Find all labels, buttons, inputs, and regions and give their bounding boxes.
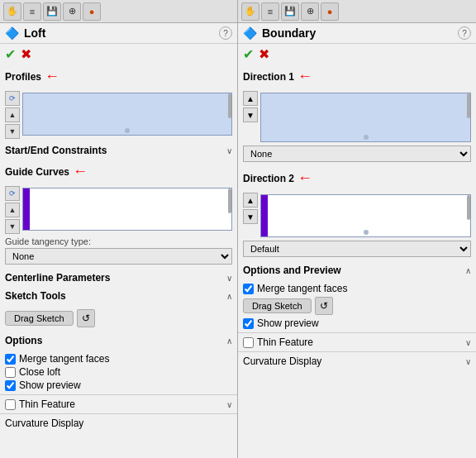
guide-curves-section-header[interactable]: Guide Curves ← <box>0 160 237 184</box>
profiles-icon-btn[interactable]: ⟳ <box>5 91 20 106</box>
centerline-section-header[interactable]: Centerline Parameters ∨ <box>0 269 237 287</box>
guide-tangency-select[interactable]: None <box>5 248 232 265</box>
curvature-section[interactable]: Curvature Display <box>0 413 237 432</box>
options-label: Options <box>5 335 42 346</box>
direction1-red-arrow: ← <box>298 68 312 85</box>
show-preview-label: Show preview <box>19 379 81 391</box>
right-show-preview-checkbox[interactable] <box>243 318 254 329</box>
options-section-header[interactable]: Options ∧ <box>0 332 237 350</box>
merge-tangent-checkbox[interactable] <box>5 354 16 365</box>
direction2-list-row: ▲ ▼ <box>243 193 471 239</box>
close-loft-checkbox[interactable] <box>5 367 16 378</box>
close-loft-label: Close loft <box>19 366 60 378</box>
direction2-list-box[interactable] <box>260 194 471 237</box>
profiles-scrollbar[interactable] <box>228 93 231 118</box>
thin-feature-checkbox[interactable] <box>5 399 16 410</box>
direction1-content: ▲ ▼ None <box>238 88 476 166</box>
start-end-section-header[interactable]: Start/End Constraints ∨ <box>0 141 237 160</box>
guide-none-select-row: None <box>5 246 232 266</box>
direction1-scrollbar[interactable] <box>467 93 470 118</box>
direction2-purple-bar <box>261 195 268 236</box>
loft-confirm-btn[interactable]: ✔ <box>5 46 16 62</box>
right-color-tool-btn[interactable]: ● <box>321 2 339 21</box>
merge-tangent-row: Merge tangent faces <box>5 352 232 365</box>
thin-feature-label: Thin Feature <box>19 398 75 410</box>
profiles-up-btn[interactable]: ▲ <box>5 107 20 122</box>
guide-icon-btn[interactable]: ⟳ <box>5 186 20 201</box>
options-preview-content: Merge tangent faces Drag Sketch ↺ Show p… <box>238 279 476 332</box>
direction2-down-btn[interactable]: ▼ <box>243 209 258 224</box>
options-preview-label: Options and Preview <box>243 265 341 276</box>
hand-tool-btn[interactable]: ✋ <box>3 2 21 21</box>
direction1-list-box[interactable] <box>260 93 471 142</box>
boundary-confirm-btn[interactable]: ✔ <box>243 46 254 62</box>
direction2-up-btn[interactable]: ▲ <box>243 193 258 208</box>
right-list-tool-btn[interactable]: ≡ <box>261 2 279 21</box>
direction1-section-header[interactable]: Direction 1 ← <box>238 64 476 88</box>
guide-up-btn[interactable]: ▲ <box>5 203 20 217</box>
profiles-dot <box>125 128 130 133</box>
options-preview-section-header[interactable]: Options and Preview ∧ <box>238 261 476 279</box>
direction1-dot <box>364 135 369 140</box>
loft-cancel-btn[interactable]: ✖ <box>21 46 31 62</box>
direction2-scrollbar[interactable] <box>467 195 470 220</box>
thin-feature-section[interactable]: Thin Feature ∨ <box>0 394 237 413</box>
right-merge-tangent-checkbox[interactable] <box>243 284 254 294</box>
right-drag-sketch-btn[interactable]: Drag Sketch <box>243 298 312 313</box>
direction2-red-arrow: ← <box>298 169 312 187</box>
profiles-side-btns: ⟳ ▲ ▼ <box>5 91 20 139</box>
refresh-btn[interactable]: ↺ <box>77 309 95 327</box>
sketch-tools-label: Sketch Tools <box>5 290 66 302</box>
guide-scrollbar[interactable] <box>228 188 231 213</box>
left-toolbar: ✋ ≡ 💾 ⊕ ● <box>0 0 237 23</box>
direction2-content: ▲ ▼ Default <box>238 190 476 261</box>
start-end-label: Start/End Constraints <box>5 145 107 156</box>
start-end-arrow: ∨ <box>226 146 232 155</box>
boundary-panel: ✋ ≡ 💾 ⊕ ● 🔷 Boundary ? ✔ ✖ Direction 1 ←… <box>238 0 476 458</box>
right-merge-tangent-label: Merge tangent faces <box>257 283 347 294</box>
right-refresh-btn[interactable]: ↺ <box>315 297 333 315</box>
direction2-select[interactable]: Default <box>243 241 471 257</box>
crosshair-tool-btn[interactable]: ⊕ <box>63 2 81 21</box>
direction1-list-row: ▲ ▼ <box>243 91 471 144</box>
show-preview-checkbox[interactable] <box>5 380 16 391</box>
direction1-down-btn[interactable]: ▼ <box>243 107 258 122</box>
profiles-red-arrow: ← <box>45 68 60 85</box>
boundary-help-btn[interactable]: ? <box>458 26 471 40</box>
right-curvature-section[interactable]: Curvature Display ∨ <box>238 351 476 370</box>
color-tool-btn[interactable]: ● <box>83 2 101 21</box>
direction2-dot <box>364 230 369 235</box>
loft-help-btn[interactable]: ? <box>219 26 232 40</box>
guide-side-btns: ⟳ ▲ ▼ <box>5 186 20 234</box>
sketch-tools-arrow: ∧ <box>226 292 232 301</box>
boundary-icon: 🔷 <box>243 26 257 40</box>
direction1-none-select-row: None <box>243 144 471 164</box>
show-preview-row: Show preview <box>5 379 232 392</box>
options-preview-arrow: ∧ <box>465 266 471 275</box>
sketch-tools-section-header[interactable]: Sketch Tools ∧ <box>0 287 237 305</box>
close-loft-row: Close loft <box>5 365 232 379</box>
right-crosshair-tool-btn[interactable]: ⊕ <box>301 2 319 21</box>
profiles-section-header[interactable]: Profiles ← <box>0 64 237 88</box>
options-arrow: ∧ <box>226 336 232 346</box>
direction1-btns: ▲ ▼ <box>243 91 258 122</box>
direction2-section-header[interactable]: Direction 2 ← <box>238 166 476 190</box>
merge-tangent-label: Merge tangent faces <box>19 353 109 365</box>
profiles-list-row: ⟳ ▲ ▼ <box>5 91 232 139</box>
boundary-cancel-btn[interactable]: ✖ <box>259 46 269 62</box>
right-hand-tool-btn[interactable]: ✋ <box>241 2 259 21</box>
drag-sketch-btn[interactable]: Drag Sketch <box>5 311 74 326</box>
profiles-down-btn[interactable]: ▼ <box>5 124 20 139</box>
guide-curves-list-box[interactable] <box>22 188 232 231</box>
right-save-tool-btn[interactable]: 💾 <box>281 2 299 21</box>
list-tool-btn[interactable]: ≡ <box>23 2 41 21</box>
direction2-label: Direction 2 ← <box>243 169 312 187</box>
right-thin-feature-section[interactable]: Thin Feature ∨ <box>238 332 476 351</box>
right-thin-feature-checkbox[interactable] <box>243 337 254 348</box>
guide-down-btn[interactable]: ▼ <box>5 219 20 234</box>
profiles-list-box[interactable] <box>22 93 232 136</box>
direction1-select[interactable]: None <box>243 146 471 162</box>
save-tool-btn[interactable]: 💾 <box>43 2 61 21</box>
direction1-up-btn[interactable]: ▲ <box>243 91 258 106</box>
thin-feature-arrow: ∨ <box>226 400 232 409</box>
